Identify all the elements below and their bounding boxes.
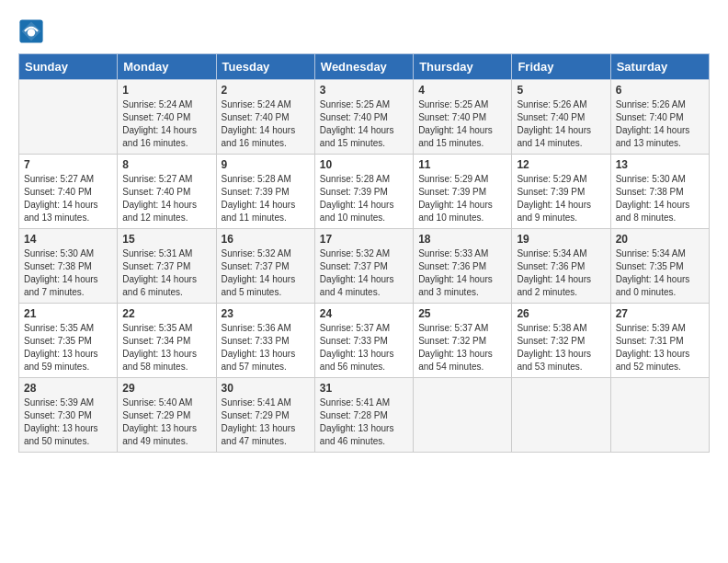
calendar-cell: 11Sunrise: 5:29 AM Sunset: 7:39 PM Dayli… — [414, 155, 512, 229]
day-number: 5 — [517, 84, 605, 97]
day-number: 26 — [517, 307, 605, 320]
day-info: Sunrise: 5:38 AM Sunset: 7:32 PM Dayligh… — [517, 322, 605, 373]
day-info: Sunrise: 5:40 AM Sunset: 7:29 PM Dayligh… — [122, 396, 210, 448]
calendar-cell: 17Sunrise: 5:32 AM Sunset: 7:37 PM Dayli… — [314, 229, 413, 304]
calendar-cell: 6Sunrise: 5:26 AM Sunset: 7:40 PM Daylig… — [610, 80, 709, 155]
calendar-cell: 23Sunrise: 5:36 AM Sunset: 7:33 PM Dayli… — [216, 304, 314, 378]
calendar-cell: 3Sunrise: 5:25 AM Sunset: 7:40 PM Daylig… — [314, 80, 413, 155]
column-header-thursday: Thursday — [414, 54, 512, 80]
day-info: Sunrise: 5:24 AM Sunset: 7:40 PM Dayligh… — [222, 98, 310, 150]
day-info: Sunrise: 5:41 AM Sunset: 7:28 PM Dayligh… — [320, 396, 408, 448]
day-number: 2 — [222, 84, 310, 97]
calendar-cell — [512, 378, 610, 453]
day-info: Sunrise: 5:32 AM Sunset: 7:37 PM Dayligh… — [320, 247, 408, 299]
day-number: 10 — [320, 158, 408, 171]
day-number: 18 — [418, 233, 506, 246]
logo-icon — [18, 18, 44, 44]
day-info: Sunrise: 5:30 AM Sunset: 7:38 PM Dayligh… — [24, 247, 112, 299]
calendar-cell: 20Sunrise: 5:34 AM Sunset: 7:35 PM Dayli… — [610, 229, 709, 304]
day-info: Sunrise: 5:37 AM Sunset: 7:33 PM Dayligh… — [320, 322, 408, 373]
week-row-1: 1Sunrise: 5:24 AM Sunset: 7:40 PM Daylig… — [19, 80, 710, 155]
calendar-cell: 31Sunrise: 5:41 AM Sunset: 7:28 PM Dayli… — [314, 378, 413, 453]
day-info: Sunrise: 5:37 AM Sunset: 7:32 PM Dayligh… — [418, 322, 506, 373]
calendar-table: SundayMondayTuesdayWednesdayThursdayFrid… — [18, 53, 710, 453]
svg-point-2 — [28, 29, 35, 36]
calendar-cell: 16Sunrise: 5:32 AM Sunset: 7:37 PM Dayli… — [216, 229, 314, 304]
calendar-body: 1Sunrise: 5:24 AM Sunset: 7:40 PM Daylig… — [19, 80, 710, 453]
logo — [18, 18, 46, 44]
calendar-cell: 27Sunrise: 5:39 AM Sunset: 7:31 PM Dayli… — [610, 304, 709, 378]
day-number: 23 — [222, 307, 310, 320]
day-number: 20 — [616, 233, 704, 246]
day-info: Sunrise: 5:29 AM Sunset: 7:39 PM Dayligh… — [517, 173, 605, 224]
day-number: 25 — [418, 307, 506, 320]
calendar-cell: 10Sunrise: 5:28 AM Sunset: 7:39 PM Dayli… — [314, 155, 413, 229]
day-number: 3 — [320, 84, 408, 97]
calendar-cell: 22Sunrise: 5:35 AM Sunset: 7:34 PM Dayli… — [118, 304, 216, 378]
day-number: 27 — [616, 307, 704, 320]
day-number: 22 — [122, 307, 210, 320]
day-number: 9 — [222, 158, 310, 171]
calendar-cell: 9Sunrise: 5:28 AM Sunset: 7:39 PM Daylig… — [216, 155, 314, 229]
day-number: 11 — [418, 158, 506, 171]
page-header — [18, 18, 710, 44]
day-number: 4 — [418, 84, 506, 97]
day-info: Sunrise: 5:35 AM Sunset: 7:35 PM Dayligh… — [24, 322, 112, 373]
week-row-3: 14Sunrise: 5:30 AM Sunset: 7:38 PM Dayli… — [19, 229, 710, 304]
column-header-wednesday: Wednesday — [314, 54, 413, 80]
day-info: Sunrise: 5:41 AM Sunset: 7:29 PM Dayligh… — [222, 396, 310, 448]
calendar-cell: 19Sunrise: 5:34 AM Sunset: 7:36 PM Dayli… — [512, 229, 610, 304]
day-info: Sunrise: 5:31 AM Sunset: 7:37 PM Dayligh… — [122, 247, 210, 299]
day-info: Sunrise: 5:32 AM Sunset: 7:37 PM Dayligh… — [222, 247, 310, 299]
calendar-cell: 13Sunrise: 5:30 AM Sunset: 7:38 PM Dayli… — [610, 155, 709, 229]
calendar-cell: 30Sunrise: 5:41 AM Sunset: 7:29 PM Dayli… — [216, 378, 314, 453]
calendar-cell: 1Sunrise: 5:24 AM Sunset: 7:40 PM Daylig… — [118, 80, 216, 155]
day-number: 6 — [616, 84, 704, 97]
day-number: 21 — [24, 307, 112, 320]
day-info: Sunrise: 5:27 AM Sunset: 7:40 PM Dayligh… — [122, 173, 210, 224]
day-info: Sunrise: 5:34 AM Sunset: 7:35 PM Dayligh… — [616, 247, 704, 299]
calendar-cell — [610, 378, 709, 453]
calendar-cell: 8Sunrise: 5:27 AM Sunset: 7:40 PM Daylig… — [118, 155, 216, 229]
calendar-cell: 4Sunrise: 5:25 AM Sunset: 7:40 PM Daylig… — [414, 80, 512, 155]
day-number: 8 — [122, 158, 210, 171]
day-info: Sunrise: 5:28 AM Sunset: 7:39 PM Dayligh… — [320, 173, 408, 224]
column-headers-row: SundayMondayTuesdayWednesdayThursdayFrid… — [19, 54, 710, 80]
day-info: Sunrise: 5:25 AM Sunset: 7:40 PM Dayligh… — [418, 98, 506, 150]
calendar-cell: 26Sunrise: 5:38 AM Sunset: 7:32 PM Dayli… — [512, 304, 610, 378]
day-number: 30 — [222, 382, 310, 395]
calendar-cell — [19, 80, 118, 155]
calendar-cell: 12Sunrise: 5:29 AM Sunset: 7:39 PM Dayli… — [512, 155, 610, 229]
day-info: Sunrise: 5:26 AM Sunset: 7:40 PM Dayligh… — [616, 98, 704, 150]
column-header-monday: Monday — [118, 54, 216, 80]
day-number: 1 — [122, 84, 210, 97]
day-number: 17 — [320, 233, 408, 246]
calendar-cell: 21Sunrise: 5:35 AM Sunset: 7:35 PM Dayli… — [19, 304, 118, 378]
day-number: 31 — [320, 382, 408, 395]
day-number: 13 — [616, 158, 704, 171]
calendar-cell: 25Sunrise: 5:37 AM Sunset: 7:32 PM Dayli… — [414, 304, 512, 378]
day-info: Sunrise: 5:26 AM Sunset: 7:40 PM Dayligh… — [517, 98, 605, 150]
day-number: 12 — [517, 158, 605, 171]
day-info: Sunrise: 5:30 AM Sunset: 7:38 PM Dayligh… — [616, 173, 704, 224]
column-header-tuesday: Tuesday — [216, 54, 314, 80]
day-number: 29 — [122, 382, 210, 395]
calendar-cell — [414, 378, 512, 453]
day-info: Sunrise: 5:25 AM Sunset: 7:40 PM Dayligh… — [320, 98, 408, 150]
day-info: Sunrise: 5:27 AM Sunset: 7:40 PM Dayligh… — [24, 173, 112, 224]
calendar-cell: 14Sunrise: 5:30 AM Sunset: 7:38 PM Dayli… — [19, 229, 118, 304]
column-header-friday: Friday — [512, 54, 610, 80]
calendar-cell: 2Sunrise: 5:24 AM Sunset: 7:40 PM Daylig… — [216, 80, 314, 155]
day-number: 16 — [222, 233, 310, 246]
week-row-4: 21Sunrise: 5:35 AM Sunset: 7:35 PM Dayli… — [19, 304, 710, 378]
week-row-5: 28Sunrise: 5:39 AM Sunset: 7:30 PM Dayli… — [19, 378, 710, 453]
day-number: 19 — [517, 233, 605, 246]
day-info: Sunrise: 5:39 AM Sunset: 7:30 PM Dayligh… — [24, 396, 112, 448]
day-number: 24 — [320, 307, 408, 320]
day-info: Sunrise: 5:24 AM Sunset: 7:40 PM Dayligh… — [122, 98, 210, 150]
day-info: Sunrise: 5:28 AM Sunset: 7:39 PM Dayligh… — [222, 173, 310, 224]
day-info: Sunrise: 5:33 AM Sunset: 7:36 PM Dayligh… — [418, 247, 506, 299]
column-header-sunday: Sunday — [19, 54, 118, 80]
day-info: Sunrise: 5:34 AM Sunset: 7:36 PM Dayligh… — [517, 247, 605, 299]
day-info: Sunrise: 5:29 AM Sunset: 7:39 PM Dayligh… — [418, 173, 506, 224]
